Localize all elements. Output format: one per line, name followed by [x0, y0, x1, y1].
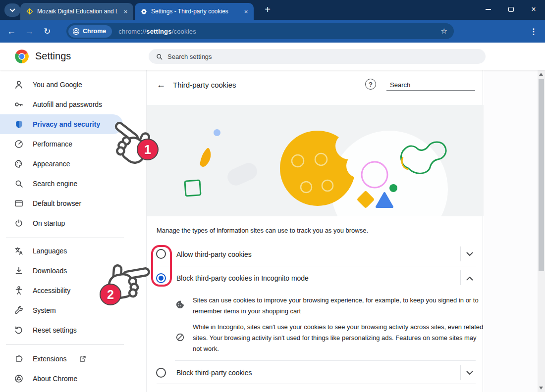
speedometer-icon — [14, 139, 24, 149]
translate-icon — [14, 246, 24, 256]
sidebar-item-label: Search engine — [33, 180, 77, 188]
puzzle-icon — [14, 354, 24, 364]
mozaik-favicon — [26, 7, 34, 15]
sidebar-item-label: Privacy and security — [33, 120, 100, 128]
reload-button[interactable]: ↻ — [39, 20, 55, 43]
tab-search-button[interactable] — [4, 3, 20, 17]
sidebar-item-on-startup[interactable]: On startup — [0, 213, 146, 233]
sidebar-item-label: Accessibility — [33, 287, 70, 294]
settings-search-input[interactable] — [167, 53, 479, 60]
annotation-highlight-rect — [151, 245, 172, 287]
browser-toolbar: ← → ↻ Chrome chrome://settings/cookies ☆ — [0, 20, 545, 43]
sidebar-item-you-and-google[interactable]: You and Google — [0, 75, 146, 95]
wrench-icon — [14, 305, 24, 315]
close-icon: × — [531, 5, 536, 13]
expand-button[interactable] — [464, 361, 475, 384]
list-divider — [175, 360, 476, 361]
page-search-input[interactable] — [390, 81, 477, 89]
option-label: Block third-party cookies in Incognito m… — [176, 266, 309, 290]
tab-title: Mozaik Digital Education and Le — [37, 8, 117, 15]
sidebar-item-label: Performance — [33, 140, 72, 148]
row-divider — [460, 246, 461, 261]
back-button[interactable]: ← — [3, 20, 20, 43]
url-host: settings — [146, 28, 171, 35]
external-link-icon — [79, 355, 86, 362]
option-block-incognito[interactable]: Block third-party cookies in Incognito m… — [147, 266, 484, 290]
sidebar-item-label: Default browser — [33, 199, 81, 207]
maximize-icon — [508, 7, 514, 12]
content-gutter — [484, 70, 538, 392]
shield-icon — [14, 119, 24, 129]
window-controls: × — [477, 0, 545, 19]
sidebar-item-default-browser[interactable]: Default browser — [0, 194, 146, 213]
tab-strip: Mozaik Digital Education and Le × Settin… — [0, 0, 545, 20]
sidebar-item-autofill[interactable]: Autofill and passwords — [0, 95, 146, 114]
tab-close-icon[interactable]: × — [241, 7, 251, 16]
key-icon — [14, 99, 24, 109]
maximize-button[interactable] — [499, 0, 522, 19]
page-back-button[interactable]: ← — [155, 78, 167, 91]
tab-settings-active[interactable]: Settings - Third-party cookies × — [135, 3, 254, 20]
scrollbar-thumb[interactable] — [539, 79, 544, 271]
sidebar-item-label: Downloads — [33, 267, 67, 275]
settings-search[interactable] — [149, 49, 486, 64]
minimize-button[interactable] — [477, 0, 499, 19]
person-icon — [14, 80, 24, 90]
sidebar-item-label: About Chrome — [33, 375, 77, 383]
annotation-step-badge-1: 1 — [137, 139, 159, 160]
chrome-window: Mozaik Digital Education and Le × Settin… — [0, 0, 545, 392]
minimize-icon — [486, 9, 491, 10]
download-icon — [14, 266, 24, 276]
settings-header: Settings — [0, 43, 545, 70]
sidebar-divider — [6, 238, 124, 238]
scrollbar-up-arrow[interactable] — [539, 73, 543, 76]
browser-menu-button[interactable]: ⋮ — [528, 20, 539, 43]
page-search[interactable] — [386, 77, 475, 91]
close-button[interactable]: × — [522, 0, 545, 19]
tab-close-icon[interactable]: × — [121, 7, 130, 16]
cookies-illustration — [147, 105, 484, 216]
sidebar-item-reset-settings[interactable]: Reset settings — [0, 320, 146, 340]
url-text: chrome://settings/cookies — [118, 28, 196, 35]
sidebar-item-privacy-and-security[interactable]: Privacy and security — [0, 114, 123, 134]
search-icon — [14, 179, 24, 189]
accessibility-icon — [14, 286, 24, 295]
list-divider — [157, 384, 476, 384]
bookmark-star-icon[interactable]: ☆ — [441, 27, 447, 36]
sidebar-item-extensions[interactable]: Extensions — [0, 349, 146, 369]
search-icon — [156, 53, 163, 60]
tab-title: Settings - Third-party cookies — [151, 8, 238, 15]
blocked-icon — [175, 333, 185, 342]
scrollbar-down-arrow[interactable] — [539, 387, 543, 390]
radio-unselected[interactable] — [156, 368, 166, 378]
forward-button[interactable]: → — [21, 20, 38, 43]
scrollbar[interactable] — [538, 70, 545, 392]
reset-icon — [14, 325, 24, 335]
sidebar-item-languages[interactable]: Languages — [0, 241, 146, 261]
url-scheme: chrome:// — [118, 28, 146, 35]
detail-text: While in Incognito, sites can't use your… — [193, 322, 484, 354]
chrome-logo — [14, 49, 29, 64]
row-divider — [460, 270, 461, 285]
settings-title: Settings — [35, 43, 71, 70]
sidebar-item-search-engine[interactable]: Search engine — [0, 174, 146, 194]
sidebar-item-label: On startup — [33, 219, 65, 227]
chevron-down-icon — [9, 8, 15, 12]
expand-button[interactable] — [464, 243, 475, 266]
option-allow-third-party-cookies[interactable]: Allow third-party cookies — [147, 243, 484, 266]
row-divider — [460, 365, 461, 380]
sidebar-item-label: You and Google — [33, 81, 82, 89]
chevron-down-icon — [466, 371, 473, 375]
power-icon — [14, 218, 24, 228]
new-tab-button[interactable]: + — [260, 1, 275, 18]
tab-mozaik[interactable]: Mozaik Digital Education and Le × — [20, 3, 133, 20]
sidebar-item-about-chrome[interactable]: About Chrome — [0, 369, 146, 389]
detail-text: Sites can use cookies to improve your br… — [193, 295, 484, 317]
sidebar-item-label: Extensions — [33, 355, 66, 363]
help-icon[interactable]: ? — [365, 79, 376, 90]
address-bar[interactable]: Chrome chrome://settings/cookies ☆ — [66, 23, 454, 39]
collapse-button[interactable] — [464, 266, 475, 290]
page-title: Third-party cookies — [173, 81, 236, 89]
option-block-third-party-cookies[interactable]: Block third-party cookies — [147, 361, 484, 384]
sidebar-item-label: Reset settings — [33, 326, 77, 334]
